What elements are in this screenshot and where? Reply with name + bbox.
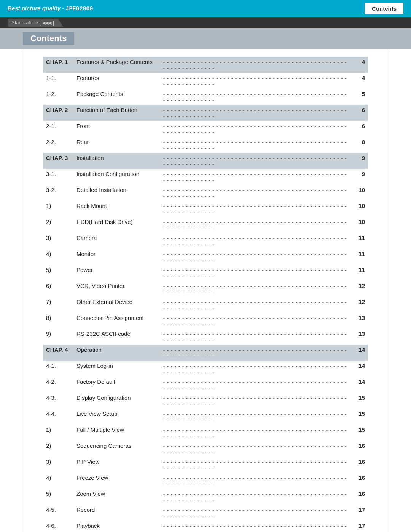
toc-label: PIP View bbox=[76, 459, 160, 465]
toc-dots: - - - - - - - - - - - - - - - - - - - - … bbox=[160, 75, 354, 87]
toc-page: 5 bbox=[354, 91, 365, 97]
toc-num: 3) bbox=[46, 459, 76, 465]
toc-dots: - - - - - - - - - - - - - - - - - - - - … bbox=[160, 315, 354, 327]
toc-page: 6 bbox=[354, 123, 365, 129]
header-title-text: Best picture quality - bbox=[8, 5, 66, 11]
toc-row: 2-2.Rear- - - - - - - - - - - - - - - - … bbox=[46, 137, 365, 153]
toc-num: CHAP. 1 bbox=[46, 59, 76, 65]
toc-row: 4-1.System Log-in- - - - - - - - - - - -… bbox=[46, 361, 365, 377]
toc-dots: - - - - - - - - - - - - - - - - - - - - … bbox=[160, 475, 354, 487]
toc-label: Operation bbox=[76, 347, 160, 353]
toc-label: Zoom View bbox=[76, 490, 160, 497]
toc-row: CHAP. 3Installation- - - - - - - - - - -… bbox=[43, 153, 368, 169]
toc-dots: - - - - - - - - - - - - - - - - - - - - … bbox=[160, 155, 354, 167]
toc-page: 10 bbox=[354, 203, 365, 209]
toc-label: Function of Each Button bbox=[76, 107, 160, 113]
toc-num: 6) bbox=[46, 283, 76, 289]
toc-dots: - - - - - - - - - - - - - - - - - - - - … bbox=[160, 235, 354, 247]
toc-page: 9 bbox=[354, 155, 365, 161]
sub-tab-icon: ◀◀◀ bbox=[42, 21, 51, 25]
toc-page: 9 bbox=[354, 171, 365, 177]
toc-row: 5)Zoom View- - - - - - - - - - - - - - -… bbox=[46, 489, 365, 505]
contents-button[interactable]: Contents bbox=[365, 3, 403, 14]
toc-dots: - - - - - - - - - - - - - - - - - - - - … bbox=[160, 123, 354, 135]
toc-label: Monitor bbox=[76, 251, 160, 257]
toc-label: Features & Package Contents bbox=[76, 59, 160, 65]
toc-row: 4-4.Live View Setup- - - - - - - - - - -… bbox=[46, 409, 365, 425]
toc-num: 1) bbox=[46, 203, 76, 209]
toc-num: 4-4. bbox=[46, 411, 76, 417]
toc-page: 4 bbox=[354, 59, 365, 65]
toc-row: CHAP. 1Features & Package Contents- - - … bbox=[43, 57, 368, 73]
header-title: Best picture quality - JPEG2000 bbox=[8, 5, 93, 12]
toc-label: Detailed Installation bbox=[76, 187, 160, 193]
toc-label: Power bbox=[76, 267, 160, 273]
toc-label: RS-232C ASCII-code bbox=[76, 331, 160, 337]
toc-page: 11 bbox=[354, 267, 365, 273]
toc-num: 1) bbox=[46, 427, 76, 433]
toc-label: Features bbox=[76, 75, 160, 81]
toc-label: Rear bbox=[76, 139, 160, 145]
toc-label: Sequencing Cameras bbox=[76, 443, 160, 449]
toc-page: 16 bbox=[354, 490, 365, 497]
toc-page: 16 bbox=[354, 443, 365, 449]
toc-row: 3-1.Installation Configuration- - - - - … bbox=[46, 169, 365, 185]
toc-container: CHAP. 1Features & Package Contents- - - … bbox=[23, 49, 388, 532]
toc-label: Installation bbox=[76, 155, 160, 161]
toc-dots: - - - - - - - - - - - - - - - - - - - - … bbox=[160, 491, 354, 503]
toc-num: 3) bbox=[46, 235, 76, 241]
toc-num: CHAP. 3 bbox=[46, 155, 76, 161]
toc-page: 10 bbox=[354, 219, 365, 225]
toc-num: 2-2. bbox=[46, 139, 76, 145]
toc-row: 1)Full / Multiple View- - - - - - - - - … bbox=[46, 425, 365, 441]
toc-dots: - - - - - - - - - - - - - - - - - - - - … bbox=[160, 219, 354, 231]
toc-dots: - - - - - - - - - - - - - - - - - - - - … bbox=[160, 107, 354, 119]
toc-row: 1-1.Features- - - - - - - - - - - - - - … bbox=[46, 73, 365, 89]
toc-dots: - - - - - - - - - - - - - - - - - - - - … bbox=[160, 171, 354, 183]
toc-dots: - - - - - - - - - - - - - - - - - - - - … bbox=[160, 379, 354, 391]
toc-row: 3-2.Detailed Installation- - - - - - - -… bbox=[46, 185, 365, 201]
toc-page: 16 bbox=[354, 474, 365, 481]
toc-dots: - - - - - - - - - - - - - - - - - - - - … bbox=[160, 347, 354, 359]
toc-row: 3)Camera- - - - - - - - - - - - - - - - … bbox=[46, 233, 365, 249]
toc-dots: - - - - - - - - - - - - - - - - - - - - … bbox=[160, 331, 354, 343]
toc-num: 4-3. bbox=[46, 395, 76, 401]
toc-row: CHAP. 4Operation- - - - - - - - - - - - … bbox=[43, 345, 368, 361]
toc-label: Factory Default bbox=[76, 379, 160, 385]
toc-label: Rack Mount bbox=[76, 203, 160, 209]
toc-dots: - - - - - - - - - - - - - - - - - - - - … bbox=[160, 187, 354, 199]
toc-dots: - - - - - - - - - - - - - - - - - - - - … bbox=[160, 363, 354, 375]
toc-row: 3)PIP View- - - - - - - - - - - - - - - … bbox=[46, 457, 365, 473]
toc-page: 13 bbox=[354, 331, 365, 337]
toc-label: Installation Configuration bbox=[76, 171, 160, 177]
toc-dots: - - - - - - - - - - - - - - - - - - - - … bbox=[160, 91, 354, 103]
toc-list: CHAP. 1Features & Package Contents- - - … bbox=[46, 57, 365, 532]
toc-label: Front bbox=[76, 123, 160, 129]
toc-page: 15 bbox=[354, 411, 365, 417]
toc-row: 1-2.Package Contents- - - - - - - - - - … bbox=[46, 89, 365, 105]
toc-page: 12 bbox=[354, 299, 365, 305]
sub-header-tab: Stand-alone [ ◀◀◀ ] bbox=[8, 19, 63, 27]
contents-heading: Contents bbox=[23, 32, 74, 45]
toc-num: 8) bbox=[46, 315, 76, 321]
header-bar: Best picture quality - JPEG2000 Contents bbox=[0, 0, 411, 17]
toc-page: 14 bbox=[354, 347, 365, 353]
toc-page: 14 bbox=[354, 363, 365, 369]
toc-dots: - - - - - - - - - - - - - - - - - - - - … bbox=[160, 139, 354, 151]
toc-dots: - - - - - - - - - - - - - - - - - - - - … bbox=[160, 427, 354, 439]
toc-label: Camera bbox=[76, 235, 160, 241]
toc-row: 4)Freeze View- - - - - - - - - - - - - -… bbox=[46, 473, 365, 489]
toc-label: Live View Setup bbox=[76, 411, 160, 417]
toc-row: 7)Other External Device- - - - - - - - -… bbox=[46, 297, 365, 313]
toc-label: Full / Multiple View bbox=[76, 427, 160, 433]
toc-num: 2) bbox=[46, 219, 76, 225]
toc-num: 4-6. bbox=[46, 522, 76, 529]
toc-num: 1-1. bbox=[46, 75, 76, 81]
toc-label: Other External Device bbox=[76, 299, 160, 305]
toc-page: 15 bbox=[354, 395, 365, 401]
toc-label: Display Configuration bbox=[76, 395, 160, 401]
toc-row: 8)Connector Pin Assignment- - - - - - - … bbox=[46, 313, 365, 329]
toc-num: 4-1. bbox=[46, 363, 76, 369]
toc-row: CHAP. 2Function of Each Button- - - - - … bbox=[43, 105, 368, 121]
toc-num: 1-2. bbox=[46, 91, 76, 97]
